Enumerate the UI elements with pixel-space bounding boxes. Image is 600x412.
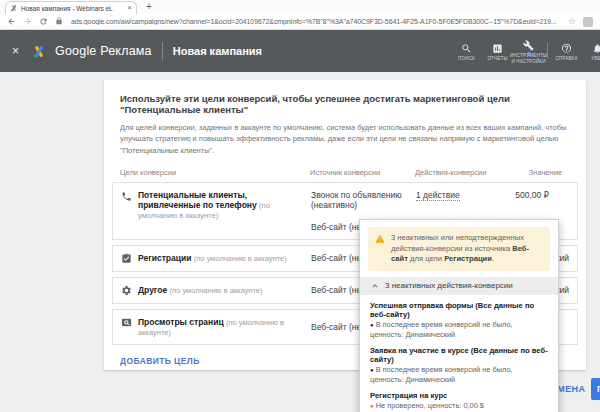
reload-icon[interactable] <box>39 17 48 26</box>
goal-title: Регистрации <box>138 253 191 263</box>
goal-cell: Регистрации (по умолчанию в аккаунте) <box>121 253 311 264</box>
close-campaign-icon[interactable]: × <box>12 45 19 57</box>
reports-icon <box>492 43 503 54</box>
appbar-nav: ПОИСК ОТЧЕТЫ ИНСТРУМЕНТЫ И НАСТРОЙКИ СПР… <box>451 30 600 72</box>
warning-banner: 3 неактивных или неподтвержденных действ… <box>368 227 550 271</box>
action-title: Заявка на участие в курсе (Все данные по… <box>370 346 548 364</box>
table-header-row: Цели конверсии Источник конверсии Действ… <box>120 168 562 177</box>
gear-icon <box>121 285 132 296</box>
extension-icon[interactable] <box>583 17 593 27</box>
status-dot: ● <box>370 322 374 328</box>
page-title: Новая кампания <box>173 45 262 57</box>
browser-url-bar: ads.google.com/aw/campaigns/new?channel=… <box>0 14 600 30</box>
google-ads-logo <box>31 44 47 59</box>
card-description: Для целей конверсии, заданных в аккаунте… <box>120 122 570 156</box>
nav-divider <box>547 43 548 59</box>
action-link[interactable]: 1 действие <box>416 190 460 202</box>
continue-button[interactable]: П <box>591 378 600 400</box>
warning-icon <box>375 233 385 265</box>
source-cell: Звонок по объявлению (неактивно) <box>311 190 416 210</box>
conversion-actions-popup: 3 неактивных или неподтвержденных действ… <box>359 219 559 412</box>
goal-cell: Потенциальные клиенты, привлеченные по т… <box>121 190 311 232</box>
bell-icon <box>592 43 600 54</box>
col-source: Источник конверсии <box>310 168 415 177</box>
section-header-label: 3 неактивных действия-конверсии <box>385 281 513 290</box>
action-status: В последнее время конверсий не было, цен… <box>370 365 513 384</box>
list-item: Успешная отправка формы (Все данные по в… <box>370 301 548 340</box>
nav-label: СПРАВКА <box>555 56 577 62</box>
tab-close-icon[interactable]: × <box>127 4 132 12</box>
search-icon <box>461 43 472 54</box>
registration-check-icon <box>121 253 132 264</box>
ads-app-bar: × Google Реклама Новая кампания ПОИСК ОТ… <box>0 30 600 72</box>
browser-tab-strip: Новая кампания - Webinars eL × + <box>0 0 600 14</box>
new-tab-button[interactable]: + <box>146 1 152 13</box>
nav-label: ОТЧЕТЫ <box>487 56 507 62</box>
goal-title: Потенциальные клиенты, привлеченные по т… <box>138 190 257 210</box>
bookmark-star-icon[interactable]: ☆ <box>568 17 576 26</box>
goal-note: (по умолчанию в аккаунте) <box>170 286 263 295</box>
value-cell: 500,00 ₽ <box>506 190 569 210</box>
nav-reports[interactable]: ОТЧЕТЫ <box>482 41 513 62</box>
card-heading: Используйте эти цели конверсий, чтобы ус… <box>120 93 570 115</box>
lock-icon[interactable] <box>55 17 64 26</box>
inactive-actions-section-toggle[interactable]: 3 неактивных действия-конверсии <box>360 277 558 295</box>
col-goal: Цели конверсии <box>120 168 310 177</box>
google-ads-favicon <box>10 4 18 12</box>
help-icon <box>561 43 572 54</box>
goal-title: Другое <box>138 285 167 295</box>
brand-name: Google Реклама <box>55 44 152 58</box>
back-icon[interactable] <box>7 17 16 26</box>
browser-tab[interactable]: Новая кампания - Webinars eL × <box>5 1 137 14</box>
action-status: В последнее время конверсий не было, цен… <box>370 320 513 339</box>
nav-tools[interactable]: ИНСТРУМЕНТЫ И НАСТРОЙКИ <box>513 38 544 65</box>
goal-cell: Другое (по умолчанию в аккаунте) <box>121 285 311 296</box>
appbar-divider <box>162 42 163 60</box>
goal-title: Просмотры страниц <box>138 317 224 327</box>
forward-icon[interactable] <box>23 17 32 26</box>
col-actions: Действия-конверсии <box>415 168 505 177</box>
action-title: Успешная отправка формы (Все данные по в… <box>370 301 548 319</box>
list-item: Заявка на участие в курсе (Все данные по… <box>370 346 548 385</box>
inactive-actions-list: Успешная отправка формы (Все данные по в… <box>360 295 558 411</box>
tab-title: Новая кампания - Webinars eL <box>21 5 124 12</box>
goal-cell: Просмотры страниц (по умолчанию в аккаун… <box>121 317 311 337</box>
source-line: Звонок по объявлению (неактивно) 1 дейст… <box>311 190 569 210</box>
wrench-icon <box>523 40 534 51</box>
pageview-icon <box>121 317 132 328</box>
phone-icon <box>121 191 132 232</box>
browser-window: Новая кампания - Webinars eL × + ads.goo… <box>0 0 600 412</box>
status-dot-orange: ● <box>370 403 374 409</box>
status-dot: ● <box>370 367 374 373</box>
url-input[interactable]: ads.google.com/aw/campaigns/new?channel=… <box>71 18 561 25</box>
chevron-up-icon <box>370 281 380 291</box>
nav-search[interactable]: ПОИСК <box>451 41 482 62</box>
nav-label: ПОИСК <box>458 56 475 62</box>
list-item: Регистрация на курс ●Не проверено, ценно… <box>370 391 548 411</box>
action-status: Не проверено, ценность: 0,00 $ <box>376 401 484 410</box>
nav-notifications[interactable]: УВЕД <box>582 41 600 62</box>
warning-text: 3 неактивных или неподтвержденных действ… <box>391 233 543 265</box>
nav-help[interactable]: СПРАВКА <box>551 41 582 62</box>
nav-label: УВЕД <box>591 56 600 62</box>
goal-note: (по умолчанию в аккаунте) <box>194 254 287 263</box>
col-value: Значение <box>505 168 562 177</box>
action-title: Регистрация на курс <box>370 391 548 400</box>
